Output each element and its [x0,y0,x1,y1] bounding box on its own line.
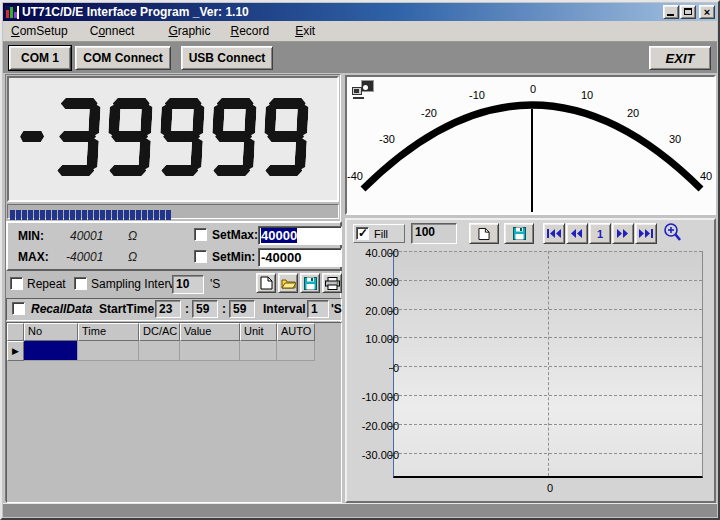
fill-option: Fill [353,224,405,243]
bargraph-block [82,210,87,220]
fill-checkbox[interactable] [356,227,369,240]
com-port-button[interactable]: COM 1 [9,46,71,70]
nav-page-button[interactable]: 1 [589,223,611,244]
zoom-in-button[interactable] [663,222,683,248]
gauge-label: 30 [669,133,681,145]
lcd-segment [57,165,95,176]
y-gridline [394,280,702,281]
usb-connect-button[interactable]: USB Connect [181,46,273,70]
y-tick-label: 30.000 [365,276,399,288]
setmin-checkbox[interactable] [194,250,207,263]
cell-auto[interactable] [277,341,315,361]
close-icon: × [700,5,714,19]
sampling-interval-input[interactable]: 10 [172,275,204,294]
nav-last-button[interactable] [635,223,657,244]
setmax-checkbox[interactable] [194,228,207,241]
title-bar[interactable]: UT71C/D/E Interface Program _Ver: 1.10 × [3,3,717,21]
col-value[interactable]: Value [180,323,240,341]
save-floppy-icon [304,277,317,290]
new-file-button[interactable] [256,273,276,293]
menu-item-exit[interactable]: Exit [289,22,321,40]
open-file-button[interactable] [278,273,298,293]
nav-prev-button[interactable] [566,223,588,244]
bargraph-block [100,210,105,220]
bargraph-block [94,210,99,220]
cell-value[interactable] [180,341,240,361]
setmax-input[interactable]: 40000 [258,226,342,245]
print-button[interactable] [322,273,342,293]
col-unit[interactable]: Unit [240,323,277,341]
bargraph-block [142,210,147,220]
chart-save-button[interactable] [504,223,534,244]
y-tick [389,397,393,398]
col-time[interactable]: Time [78,323,139,341]
setmin-input[interactable]: -40000 [258,248,342,267]
table-row[interactable]: ▶ [7,341,341,361]
minmax-panel: MIN: 40001 Ω MAX: -40001 Ω SetMax: 40000… [6,221,342,271]
gauge-label: 40 [700,170,712,182]
start-mm-input[interactable]: 59 [192,300,218,318]
y-tick [389,339,393,340]
recall-interval-input[interactable]: 1 [307,300,329,318]
sampling-seconds-label: 'S [210,277,220,291]
minimize-button[interactable] [663,5,679,19]
start-ss-input[interactable]: 59 [229,300,255,318]
bargraph-block [22,210,27,220]
bargraph-block [112,210,117,220]
cell-time[interactable] [78,341,139,361]
nav-prev-icon [571,229,583,238]
row-marker: ▶ [7,341,24,361]
maximize-button[interactable] [680,5,696,19]
bargraph-block [10,210,15,220]
menu-bar: ComSetupConnectGraphicRecordExit [3,21,717,42]
lcd-segment [213,165,251,176]
bargraph-block [52,210,57,220]
sampling-checkbox[interactable] [74,277,87,290]
print-icon [325,277,340,290]
left-panel: MIN: 40001 Ω MAX: -40001 Ω SetMax: 40000… [5,74,341,502]
exit-button[interactable]: EXIT [649,46,711,70]
repeat-checkbox[interactable] [10,277,23,290]
recalldata-checkbox[interactable] [12,302,25,315]
cell-unit[interactable] [240,341,277,361]
app-window: UT71C/D/E Interface Program _Ver: 1.10 ×… [0,0,720,520]
com-connect-button[interactable]: COM Connect [75,46,171,70]
menu-item-connect[interactable]: Connect [84,22,141,40]
bargraph-block [64,210,69,220]
cell-dcac[interactable] [139,341,180,361]
chart-new-button[interactable] [469,223,499,244]
max-unit: Ω [128,250,137,264]
bargraph-block [166,210,171,220]
toolbar: COM 1 COM Connect USB Connect EXIT [3,42,717,73]
bargraph-block [160,210,165,220]
col-dcac[interactable]: DC/AC [139,323,180,341]
close-button[interactable]: × [699,5,715,19]
bargraph-block [124,210,129,220]
recall-seconds-label: 'S [331,302,342,316]
analog-gauge-panel: -40 -30 -20 -10 0 10 20 30 40 [345,75,716,215]
menu-item-record[interactable]: Record [224,22,275,40]
menu-item-graphic[interactable]: Graphic [162,22,216,40]
setmax-label: SetMax: [212,228,258,242]
buffer-size-input[interactable]: 100 [411,223,457,244]
nav-first-button[interactable] [543,223,565,244]
save-button[interactable] [300,273,320,293]
gauge-label: -10 [469,89,485,101]
cell-no[interactable] [24,341,78,361]
col-auto[interactable]: AUTO [277,323,315,341]
starttime-label: StartTime [99,302,154,316]
recall-interval-label: Interval [263,302,306,316]
y-gridline [394,251,702,252]
lcd-segment [109,165,147,176]
start-hh-input[interactable]: 23 [155,300,181,318]
bargraph-block [40,210,45,220]
setmax-value: 40000 [261,228,297,243]
nav-next-button[interactable] [612,223,634,244]
chart-panel: Fill 100 1 [345,218,716,503]
lcd-digit [210,98,257,176]
lcd-segment [111,131,149,142]
open-folder-icon [281,277,296,289]
menu-item-comsetup[interactable]: ComSetup [5,22,74,40]
time-colon-1: : [185,302,189,316]
col-no[interactable]: No [24,323,78,341]
